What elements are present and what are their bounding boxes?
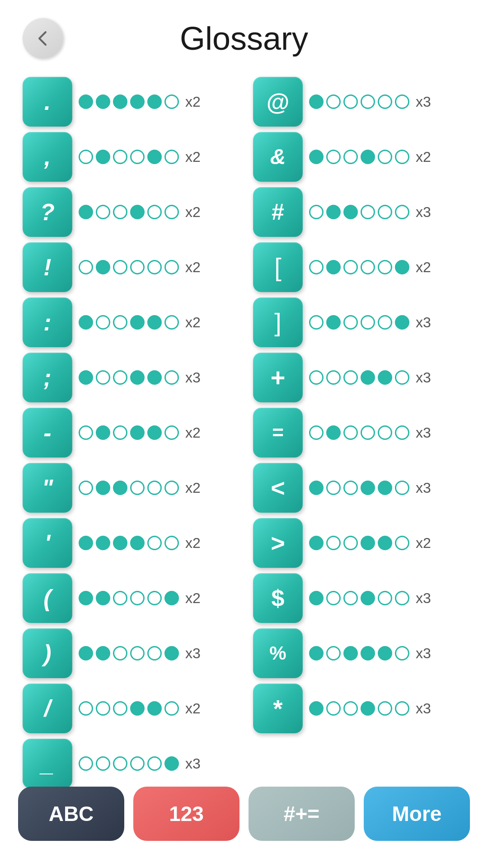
key-button[interactable]: , [23,132,72,182]
dot [343,370,358,385]
dots-multiplier: x2 [79,149,201,165]
dot [130,205,145,219]
dot [326,646,341,660]
dot [147,260,162,274]
key-button[interactable]: ; [23,353,72,402]
dot [130,536,145,550]
dots-multiplier: x2 [79,314,201,331]
dot [96,646,110,660]
key-button[interactable]: $ [253,573,303,623]
dot [113,756,127,771]
multiplier-label: x2 [185,425,201,441]
key-button[interactable]: = [253,408,303,458]
dot [164,94,179,109]
dot [130,646,145,660]
key-button[interactable]: : [23,297,72,347]
dot [343,481,358,495]
dot [79,260,93,274]
dot [147,591,162,605]
dot [309,701,324,716]
list-item: :x2 [23,297,235,347]
list-item: [x2 [253,242,465,292]
multiplier-label: x2 [416,149,431,165]
key-button[interactable]: ! [23,242,72,292]
multiplier-label: x2 [416,259,431,276]
dot [378,425,392,440]
dot [378,536,392,550]
dot [395,425,409,440]
multiplier-label: x3 [416,425,431,441]
dot [130,315,145,330]
key-button[interactable]: @ [253,77,303,127]
dot [96,536,110,550]
key-button[interactable]: ? [23,187,72,237]
dots-multiplier: x3 [309,645,431,662]
dots-multiplier: x2 [79,204,201,221]
dot [113,150,127,164]
multiplier-label: x2 [416,535,431,552]
dot [113,536,127,550]
dot [378,94,392,109]
dot [378,646,392,660]
dot [130,756,145,771]
multiplier-label: x2 [185,480,201,496]
dots-multiplier: x2 [309,259,431,276]
multiplier-label: x3 [416,590,431,607]
bottom-navigation: ABC 123 #+= More [0,787,488,841]
nav-abc-button[interactable]: ABC [18,787,124,841]
dot [164,425,179,440]
key-button[interactable]: % [253,628,303,678]
dot [79,205,93,219]
key-button[interactable]: ' [23,518,72,568]
dot [378,150,392,164]
dot [378,205,392,219]
list-item: >x2 [253,518,465,568]
list-item: *x3 [253,684,465,733]
key-button[interactable]: + [253,353,303,402]
nav-sym-button[interactable]: #+= [249,787,355,841]
key-button[interactable]: " [23,463,72,513]
dot [361,646,375,660]
dot [113,701,127,716]
key-button[interactable]: ( [23,573,72,623]
key-button[interactable]: / [23,684,72,733]
key-button[interactable]: ] [253,297,303,347]
dot [309,425,324,440]
dot [343,425,358,440]
dot [147,756,162,771]
dot [79,591,93,605]
nav-num-button[interactable]: 123 [133,787,239,841]
key-button[interactable]: # [253,187,303,237]
key-button[interactable]: ) [23,628,72,678]
multiplier-label: x3 [185,645,201,662]
dot [343,205,358,219]
list-item: &x2 [253,132,465,182]
list-item: ?x2 [23,187,235,237]
dot [130,701,145,716]
key-button[interactable]: > [253,518,303,568]
dot [113,481,127,495]
list-item: ]x3 [253,297,465,347]
dot [343,701,358,716]
dots-multiplier: x2 [309,149,431,165]
key-button[interactable]: < [253,463,303,513]
dot [164,260,179,274]
nav-more-button[interactable]: More [364,787,470,841]
dot [164,756,179,771]
header: Glossary [0,0,488,68]
key-button[interactable]: _ [23,739,72,788]
dot [164,481,179,495]
dot [395,205,409,219]
key-button[interactable]: [ [253,242,303,292]
back-button[interactable] [23,18,63,59]
key-button[interactable]: & [253,132,303,182]
multiplier-label: x2 [185,314,201,331]
dot [147,150,162,164]
dot [395,370,409,385]
dots-multiplier: x3 [309,204,431,221]
key-button[interactable]: * [253,684,303,733]
key-button[interactable]: . [23,77,72,127]
key-button[interactable]: - [23,408,72,458]
dot [113,425,127,440]
dot [343,315,358,330]
